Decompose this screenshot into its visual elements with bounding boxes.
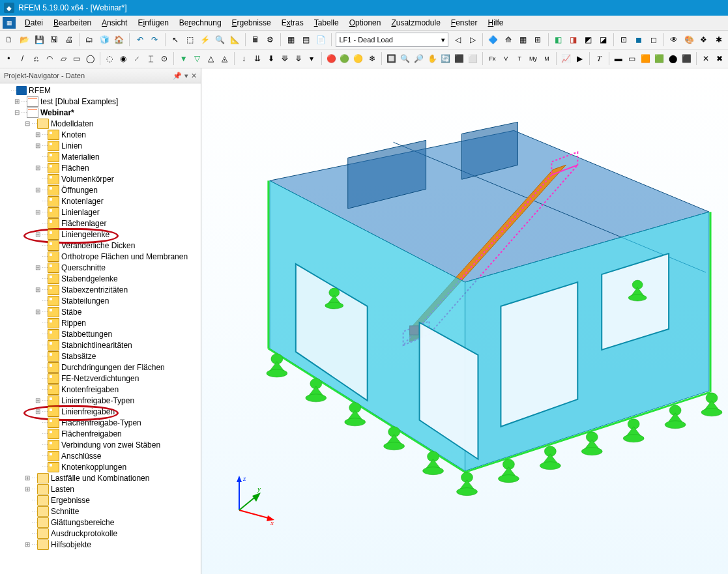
expand-icon[interactable]: ⊞ bbox=[34, 286, 42, 293]
beam3d-icon[interactable]: ⬛ bbox=[680, 51, 693, 66]
poly-icon[interactable]: ⎌ bbox=[30, 51, 42, 66]
tree-item[interactable]: ⋯Stabnichtlinearitäten bbox=[0, 339, 201, 351]
yax-icon[interactable]: ✖ bbox=[713, 51, 725, 66]
rot-icon[interactable]: 🔄 bbox=[440, 51, 452, 66]
expand-icon[interactable]: ⊞ bbox=[23, 474, 31, 481]
flash-icon[interactable]: ⚡ bbox=[198, 32, 212, 48]
expand-icon[interactable]: ⊞ bbox=[23, 541, 31, 548]
tree-item[interactable]: ⊞⋯Linien bbox=[0, 140, 201, 151]
cube2-icon[interactable]: ◨ bbox=[566, 32, 580, 48]
sup2-icon[interactable]: ▽ bbox=[191, 51, 203, 66]
mz-icon[interactable]: M bbox=[541, 51, 553, 66]
block-icon[interactable]: 🧊 bbox=[98, 32, 111, 48]
tree-item[interactable]: ⊞⋯Liniengelenke bbox=[0, 229, 201, 240]
menu-hilfe[interactable]: Hilfe bbox=[483, 17, 509, 29]
load5-icon[interactable]: ⤋ bbox=[292, 51, 304, 66]
expand-icon[interactable]: ⊞ bbox=[34, 231, 42, 238]
loadcase-combo[interactable]: LF1 - Dead Load ▾ bbox=[336, 33, 448, 47]
tree-item[interactable]: ⋯RFEM bbox=[0, 85, 201, 96]
tree-item[interactable]: ⊞⋯Knoten bbox=[0, 129, 201, 140]
tree-item[interactable]: ⋯Verbindung von zwei Stäben bbox=[0, 439, 201, 450]
menu-optionen[interactable]: Optionen bbox=[344, 17, 386, 29]
snow-icon[interactable]: ❄ bbox=[366, 51, 378, 66]
tree-item[interactable]: ⋯Ausdruckprotokolle bbox=[0, 528, 201, 539]
tree-item[interactable]: ⋯Glättungsbereiche bbox=[0, 517, 201, 528]
tree-item[interactable]: ⋯Durchdringungen der Flächen bbox=[0, 362, 201, 373]
section-icon[interactable]: ⌶ bbox=[145, 51, 157, 66]
model-icon[interactable]: 🏠 bbox=[113, 32, 126, 48]
tree-item[interactable]: ⊞⋯Linienfreigabe-Typen bbox=[0, 395, 201, 406]
tree-item[interactable]: ⋯FE-Netzverdichtungen bbox=[0, 373, 201, 384]
load1-icon[interactable]: ↓ bbox=[238, 51, 250, 66]
persp-icon[interactable]: ⬜ bbox=[467, 51, 479, 66]
tree-item[interactable]: ⋯Ergebnisse bbox=[0, 495, 201, 506]
tree-item[interactable]: ⋯Stabendgelenke bbox=[0, 273, 201, 284]
menu-bearbeiten[interactable]: Bearbeiten bbox=[48, 17, 96, 29]
tree-item[interactable]: ⋯Stabsätze bbox=[0, 351, 201, 362]
results-toggle-icon[interactable]: 🔷 bbox=[486, 32, 500, 48]
face-icon[interactable]: ▱ bbox=[57, 51, 70, 66]
measure-icon[interactable]: 📐 bbox=[228, 32, 242, 48]
tree-item[interactable]: ⋯Orthotrope Flächen und Membranen bbox=[0, 251, 201, 262]
cube4-icon[interactable]: ◪ bbox=[596, 32, 610, 48]
tree-item[interactable]: ⋯Veränderliche Dicken bbox=[0, 240, 201, 251]
tree-item[interactable]: ⋯Stabteilungen bbox=[0, 295, 201, 306]
find-icon[interactable]: 🔍 bbox=[213, 32, 227, 48]
menu-fenster[interactable]: Fenster bbox=[446, 17, 483, 29]
red1-icon[interactable]: 🔴 bbox=[325, 51, 338, 66]
bar2-icon[interactable]: ▭ bbox=[626, 51, 638, 66]
expand-icon[interactable]: ⊞ bbox=[34, 142, 42, 149]
grid-icon[interactable]: ⊞ bbox=[531, 32, 545, 48]
select-icon[interactable]: ⬚ bbox=[184, 32, 197, 48]
tree-item[interactable]: ⋯Flächenlager bbox=[0, 218, 201, 229]
redo-icon[interactable]: ↷ bbox=[148, 32, 162, 48]
load2-icon[interactable]: ⇊ bbox=[251, 51, 263, 66]
expand-icon[interactable]: ⊞ bbox=[34, 186, 42, 194]
menu-extras[interactable]: Extras bbox=[276, 17, 309, 29]
color-icon[interactable]: 🎨 bbox=[682, 32, 696, 48]
text-icon[interactable]: 𝑇 bbox=[593, 51, 605, 66]
xax-icon[interactable]: ✕ bbox=[700, 51, 712, 66]
dia-icon[interactable]: 📈 bbox=[560, 51, 572, 66]
cs-icon[interactable]: ❖ bbox=[697, 32, 710, 48]
menu-ergebnisse[interactable]: Ergebnisse bbox=[227, 17, 276, 29]
table2-icon[interactable]: ▤ bbox=[299, 32, 313, 48]
new-icon[interactable]: 🗋 bbox=[3, 32, 16, 48]
tree-item[interactable]: ⋯Schnitte bbox=[0, 506, 201, 517]
tree-item[interactable]: ⊞⋯test [Dlubal Examples] bbox=[0, 96, 201, 107]
star-icon[interactable]: ✱ bbox=[712, 32, 725, 48]
pointer-icon[interactable]: ↖ bbox=[169, 32, 182, 48]
tree-item[interactable]: ⋯Anschlüsse bbox=[0, 450, 201, 461]
table-icon[interactable]: ▦ bbox=[284, 32, 298, 48]
iso-icon[interactable]: ⬛ bbox=[453, 51, 465, 66]
tree-item[interactable]: ⋯Stabbettungen bbox=[0, 328, 201, 339]
tree-item[interactable]: ⊞⋯Flächen bbox=[0, 162, 201, 173]
tree-item[interactable]: ⋯Materialien bbox=[0, 151, 201, 162]
gbox-icon[interactable]: 🟩 bbox=[653, 51, 665, 66]
expand-icon[interactable]: ⊞ bbox=[34, 408, 42, 415]
zoomprev-icon[interactable]: 🔎 bbox=[413, 51, 425, 66]
solid-icon[interactable]: ◼ bbox=[632, 32, 645, 48]
tree-item[interactable]: ⊞⋯Stäbe bbox=[0, 306, 201, 317]
deform-icon[interactable]: ⟰ bbox=[501, 32, 515, 48]
vz-icon[interactable]: T bbox=[514, 51, 526, 66]
tree-item[interactable]: ⊟⋯Modelldaten bbox=[0, 118, 201, 129]
tree-item[interactable]: ⋯Knotenkopplungen bbox=[0, 461, 201, 472]
zoomwin-icon[interactable]: 🔲 bbox=[385, 51, 398, 66]
rect-icon[interactable]: ▭ bbox=[70, 51, 83, 66]
expand-icon[interactable]: ⊞ bbox=[34, 208, 42, 216]
load3-icon[interactable]: ⬇ bbox=[265, 51, 277, 66]
menu-berechnung[interactable]: Berechnung bbox=[174, 17, 227, 29]
vx-icon[interactable]: Fx bbox=[486, 51, 499, 66]
tree-item[interactable]: ⊞⋯Hilfsobjekte bbox=[0, 539, 201, 550]
vy-icon[interactable]: V bbox=[500, 51, 512, 66]
prev-lc-icon[interactable]: ◁ bbox=[451, 32, 465, 48]
mesh-icon[interactable]: ▦ bbox=[516, 32, 530, 48]
expand-icon[interactable]: ⊞ bbox=[34, 164, 42, 171]
tree-item[interactable]: ⊞⋯Lastfälle und Kombinationen bbox=[0, 472, 201, 483]
tree-item[interactable]: ⋯Knotenlager bbox=[0, 195, 201, 207]
dot2-icon[interactable]: ◉ bbox=[117, 51, 130, 66]
cube3-icon[interactable]: ◩ bbox=[581, 32, 595, 48]
tree-item[interactable]: ⊞⋯Querschnitte bbox=[0, 262, 201, 273]
load6-icon[interactable]: ▾ bbox=[306, 51, 318, 66]
